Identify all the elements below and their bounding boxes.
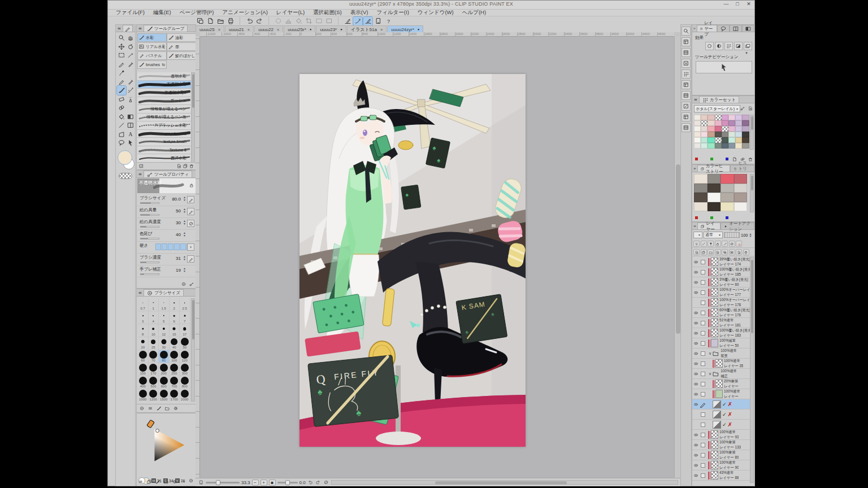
tool-group-brushes_fo[interactable]: brushes_fo [137, 60, 167, 69]
detail-settings-icon[interactable] [188, 281, 194, 287]
brush-size-150[interactable]: 150 [138, 363, 149, 376]
layer-checkbox[interactable] [701, 473, 705, 478]
color-swatch[interactable] [708, 126, 714, 132]
color-set-select[interactable]: ホタル(スターレイル)▼ [694, 105, 740, 112]
brush-size-2.5[interactable]: 2.5 [180, 298, 190, 311]
tool-group-油彩[interactable]: 油彩 [167, 33, 196, 42]
history-swatch[interactable] [721, 174, 734, 184]
toolbar-redo-icon[interactable] [255, 17, 264, 25]
param-slider[interactable] [140, 273, 159, 275]
layer-checkbox[interactable] [701, 331, 705, 336]
brush-size-250[interactable]: 250 [170, 363, 180, 376]
layer-checkbox[interactable] [701, 361, 705, 366]
panel-menu-icon[interactable] [137, 171, 144, 177]
brush-不透明水彩[interactable]: 不透明水彩 [137, 81, 192, 89]
brush-size-500[interactable]: 500 [149, 376, 159, 389]
collapsed-panelgrid2-icon[interactable] [682, 48, 691, 57]
tool-rotate-icon[interactable] [126, 42, 135, 51]
transparent-color-swatch[interactable] [119, 173, 132, 179]
color-swatch[interactable] [708, 115, 714, 120]
tool-spray-icon[interactable] [126, 95, 135, 104]
layer-checkbox[interactable] [701, 300, 705, 305]
color-swatch[interactable] [694, 143, 701, 149]
tool-pen-icon[interactable] [117, 77, 126, 86]
brush-size-80[interactable]: 80 [159, 350, 170, 363]
color-swatch[interactable] [708, 120, 714, 126]
color-swatch[interactable] [735, 126, 742, 132]
color-swatch[interactable] [715, 126, 722, 132]
minimize-button[interactable]: — [723, 1, 730, 7]
blend-mode-select[interactable]: 通常▼ [704, 232, 723, 238]
layer-row[interactable]: 60%覆い焼き(発光)レイヤー 176 [692, 308, 750, 318]
tab-tool-group[interactable]: ツールグループ [144, 25, 188, 32]
eye-icon[interactable] [692, 330, 700, 336]
color-swatch[interactable] [694, 120, 701, 126]
toolbar-help-icon[interactable]: ? [384, 17, 393, 25]
menu-icon[interactable] [137, 478, 144, 485]
menu-ウィンドウ(W)[interactable]: ウィンドウ(W) [418, 9, 454, 16]
tool-blend-icon[interactable] [117, 103, 126, 112]
gear-icon[interactable] [171, 478, 177, 485]
dotcircle-icon[interactable] [138, 405, 145, 411]
history-swatch[interactable] [721, 202, 734, 212]
tab-brush-size[interactable]: ブラシサイズ [144, 289, 184, 296]
layer-thumbnail[interactable] [711, 461, 718, 469]
tool-mag-icon[interactable] [117, 33, 126, 42]
menu-表示(V)[interactable]: 表示(V) [350, 9, 368, 16]
tool-eraser-icon[interactable] [117, 95, 126, 104]
tab-close-icon[interactable]: × [218, 27, 220, 32]
color-swatch[interactable] [722, 115, 728, 120]
toolbar-snapline2-icon[interactable] [363, 17, 372, 25]
layer-checkbox[interactable] [701, 290, 705, 295]
tool-navigation-button[interactable] [696, 61, 752, 73]
new-set-icon[interactable] [747, 105, 753, 111]
layer-cmd-lock-icon[interactable] [715, 241, 721, 247]
color-swatch[interactable] [722, 126, 728, 132]
tool-dropper-icon[interactable] [117, 68, 126, 77]
layer-row[interactable]: 100%減算レイヤー 59 [692, 338, 750, 348]
menu-ヘルプ(H)[interactable]: ヘルプ(H) [462, 9, 486, 16]
brush-icon[interactable] [155, 405, 162, 411]
tool-marquee-icon[interactable] [117, 51, 126, 60]
history-swatch[interactable] [694, 174, 708, 184]
color-swatch[interactable] [728, 115, 735, 120]
collapsed-panelgrid-icon[interactable] [682, 112, 691, 121]
layer-row[interactable]: 43%通常レイヤー 88 [692, 470, 750, 481]
brush-西洋水彩[interactable]: 西洋水彩 [137, 154, 192, 163]
colorset-scrollbar[interactable] [750, 115, 754, 150]
tab-extra-2[interactable] [730, 25, 742, 32]
color-swatch[interactable] [701, 143, 708, 149]
eye-icon[interactable] [692, 259, 700, 265]
tool-deco-icon[interactable] [126, 86, 135, 95]
gear-icon[interactable] [172, 405, 179, 411]
menu-ファイル(F)[interactable]: ファイル(F) [116, 9, 145, 16]
layer-thumbnail[interactable] [711, 298, 718, 307]
palette-color-select[interactable]: ▼ [693, 232, 702, 238]
param-slider[interactable] [140, 214, 159, 216]
brush-size-100[interactable]: 100 [170, 350, 180, 363]
tab-layer-property[interactable]: レイヤープ [697, 25, 717, 32]
eye-icon[interactable] [692, 432, 700, 438]
collapsed-paneledit-icon[interactable] [682, 102, 691, 111]
pressure-icon[interactable] [187, 255, 194, 263]
layer-cmd-clip-icon[interactable] [693, 241, 700, 247]
layer-checkbox[interactable] [701, 311, 705, 315]
effect-layerstack-icon[interactable]: ▼ [744, 42, 752, 50]
toolbar-marquee-icon[interactable] [314, 17, 323, 25]
history-swatch[interactable] [734, 193, 748, 202]
toolbar-page-icon[interactable] [206, 17, 215, 25]
brush-ガッシュ[interactable]: ガッシュ [137, 97, 192, 106]
brush-size-10[interactable]: 10 [149, 324, 159, 337]
effect-splitsq-icon[interactable] [734, 42, 743, 50]
param-slider[interactable] [140, 202, 159, 204]
layer-thumbnail[interactable] [715, 359, 723, 368]
layer-row-folder[interactable]: ∨100%通常背景 [692, 348, 750, 359]
color-swatch[interactable] [715, 120, 722, 126]
tab-modified-dot[interactable]: ● [310, 28, 312, 31]
layer-thumbnail[interactable] [711, 441, 718, 449]
menu-icon[interactable] [147, 405, 153, 411]
rotate-left-icon[interactable] [307, 480, 314, 486]
eye-icon[interactable] [692, 371, 700, 377]
eye-icon-off[interactable] [692, 422, 700, 428]
pressure-icon[interactable] [187, 208, 194, 215]
